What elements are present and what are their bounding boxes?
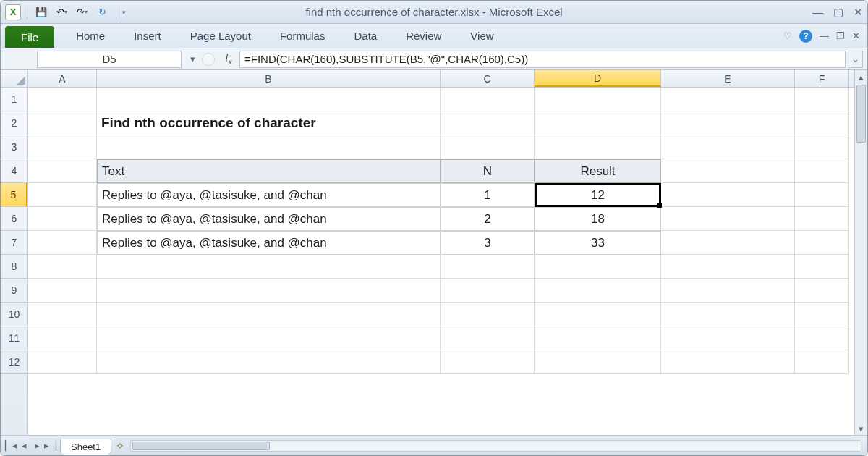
table-row[interactable]: 2 — [441, 207, 535, 231]
row-header-10[interactable]: 10 — [1, 303, 27, 326]
cell[interactable] — [795, 183, 849, 207]
cell[interactable] — [535, 326, 661, 350]
scroll-thumb[interactable] — [856, 85, 866, 143]
cell[interactable] — [795, 159, 849, 183]
cell[interactable] — [97, 326, 441, 350]
cell[interactable] — [441, 111, 535, 135]
excel-app-icon[interactable]: X — [5, 4, 21, 20]
cell[interactable] — [97, 88, 441, 111]
cell[interactable] — [661, 326, 795, 350]
cell[interactable] — [441, 255, 535, 279]
cell[interactable] — [28, 231, 97, 255]
scroll-thumb[interactable] — [132, 442, 270, 450]
row-header-4[interactable]: 4 — [1, 159, 27, 183]
cell[interactable] — [661, 159, 795, 183]
cell[interactable] — [28, 326, 97, 350]
sheet-tab[interactable]: Sheet1 — [60, 439, 111, 455]
cell[interactable] — [661, 207, 795, 231]
undo-button[interactable]: ↶▾ — [54, 4, 69, 20]
col-header-f[interactable]: F — [795, 70, 849, 87]
help-button[interactable]: ? — [799, 30, 812, 43]
new-sheet-button[interactable]: ✧ — [116, 440, 124, 452]
name-box[interactable]: D5 — [37, 51, 182, 68]
col-header-e[interactable]: E — [661, 70, 795, 87]
table-row[interactable]: 1 — [441, 183, 535, 207]
cell[interactable] — [661, 183, 795, 207]
cell[interactable] — [441, 326, 535, 350]
expand-formula-bar-button[interactable]: ⌄ — [848, 51, 863, 68]
cell[interactable] — [28, 303, 97, 326]
cell[interactable] — [28, 255, 97, 279]
row-header-9[interactable]: 9 — [1, 279, 27, 303]
cancel-formula-button[interactable] — [202, 53, 215, 66]
sheet-nav-last-icon[interactable]: ▸▕ — [44, 440, 56, 451]
table-row[interactable]: Replies to @aya, @tasisuke, and @chan — [97, 231, 441, 255]
row-header-8[interactable]: 8 — [1, 255, 27, 279]
select-all-corner[interactable] — [1, 70, 28, 88]
cell[interactable] — [535, 279, 661, 303]
cell[interactable] — [661, 231, 795, 255]
ribbon-tab-page-layout[interactable]: Page Layout — [176, 24, 265, 48]
cell[interactable] — [97, 350, 441, 374]
col-header-d[interactable]: D — [535, 70, 661, 87]
cell[interactable] — [795, 207, 849, 231]
sync-button[interactable]: ↻ — [94, 4, 110, 20]
ribbon-minimize-icon[interactable]: ♡ — [783, 30, 792, 41]
cell[interactable] — [535, 350, 661, 374]
maximize-button[interactable]: ▢ — [833, 6, 843, 19]
cell[interactable] — [28, 88, 97, 111]
cell[interactable] — [661, 350, 795, 374]
cell[interactable] — [795, 135, 849, 159]
cell[interactable] — [661, 135, 795, 159]
insert-function-button[interactable] — [218, 52, 239, 66]
ribbon-tab-view[interactable]: View — [456, 24, 508, 48]
cell[interactable] — [535, 303, 661, 326]
table-header-text[interactable]: Text — [97, 159, 441, 183]
qat-customize-icon[interactable]: ▾ — [122, 9, 126, 16]
cell[interactable] — [28, 279, 97, 303]
row-header-3[interactable]: 3 — [1, 135, 27, 159]
cell[interactable] — [661, 279, 795, 303]
cell[interactable] — [97, 279, 441, 303]
workbook-restore-button[interactable]: ❐ — [836, 30, 845, 41]
table-row[interactable]: 18 — [535, 207, 661, 231]
ribbon-tab-insert[interactable]: Insert — [119, 24, 176, 48]
sheet-nav-first-icon[interactable]: ▏◂ — [5, 440, 17, 451]
cell[interactable] — [795, 303, 849, 326]
horizontal-scrollbar[interactable] — [130, 440, 861, 452]
row-header-1[interactable]: 1 — [1, 88, 27, 111]
row-header-12[interactable]: 12 — [1, 350, 27, 374]
cell[interactable] — [661, 255, 795, 279]
vertical-scrollbar[interactable]: ▴ ▾ — [854, 70, 867, 435]
cell[interactable] — [535, 111, 661, 135]
save-button[interactable]: 💾 — [33, 4, 49, 20]
row-header-6[interactable]: 6 — [1, 207, 27, 231]
file-tab[interactable]: File — [5, 26, 54, 48]
ribbon-tab-formulas[interactable]: Formulas — [265, 24, 340, 48]
cell[interactable] — [441, 279, 535, 303]
cell[interactable] — [97, 135, 441, 159]
ribbon-tab-review[interactable]: Review — [391, 24, 456, 48]
cell[interactable] — [28, 111, 97, 135]
table-row[interactable]: 33 — [535, 231, 661, 255]
cell[interactable] — [795, 231, 849, 255]
scroll-up-icon[interactable]: ▴ — [855, 70, 867, 83]
table-row[interactable]: Replies to @aya, @tasisuke, and @chan — [97, 207, 441, 231]
table-header-n[interactable]: N — [441, 159, 535, 183]
workbook-minimize-button[interactable]: ― — [820, 30, 829, 41]
col-header-a[interactable]: A — [28, 70, 97, 87]
sheet-nav-next-icon[interactable]: ▸ — [31, 440, 43, 451]
cell[interactable] — [795, 111, 849, 135]
cell[interactable] — [28, 183, 97, 207]
formula-input[interactable]: =FIND(CHAR(160),SUBSTITUTE(B5,"@",CHAR(1… — [239, 51, 846, 68]
table-row[interactable]: 3 — [441, 231, 535, 255]
col-header-c[interactable]: C — [441, 70, 535, 87]
minimize-button[interactable]: ― — [812, 6, 823, 19]
cell[interactable] — [97, 255, 441, 279]
row-header-11[interactable]: 11 — [1, 326, 27, 350]
cell[interactable] — [441, 135, 535, 159]
cell[interactable] — [535, 135, 661, 159]
ribbon-tab-home[interactable]: Home — [61, 24, 119, 48]
table-row[interactable]: 12 — [535, 183, 661, 207]
sheet-nav-prev-icon[interactable]: ◂ — [18, 440, 30, 451]
